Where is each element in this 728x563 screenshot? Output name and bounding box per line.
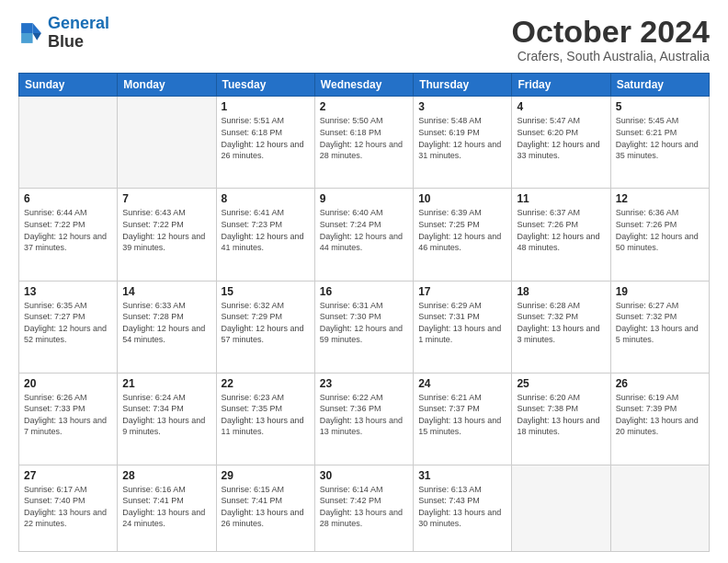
- day-info: Sunrise: 6:31 AM Sunset: 7:30 PM Dayligh…: [320, 300, 408, 346]
- day-number: 22: [222, 377, 310, 390]
- table-row: 6Sunrise: 6:44 AM Sunset: 7:22 PM Daylig…: [19, 189, 118, 281]
- table-row: 10Sunrise: 6:39 AM Sunset: 7:25 PM Dayli…: [414, 189, 512, 281]
- day-number: 16: [320, 285, 408, 298]
- day-info: Sunrise: 6:36 AM Sunset: 7:26 PM Dayligh…: [616, 207, 704, 253]
- day-info: Sunrise: 5:48 AM Sunset: 6:19 PM Dayligh…: [418, 115, 506, 161]
- header: General Blue October 2024 Crafers, South…: [18, 15, 710, 63]
- day-number: 21: [122, 377, 210, 390]
- col-monday: Monday: [118, 74, 216, 97]
- col-tuesday: Tuesday: [216, 74, 314, 97]
- day-info: Sunrise: 6:23 AM Sunset: 7:35 PM Dayligh…: [222, 392, 310, 438]
- day-number: 15: [222, 285, 310, 298]
- day-number: 24: [418, 377, 506, 390]
- day-number: 3: [418, 100, 506, 113]
- day-number: 12: [616, 192, 704, 205]
- day-number: 2: [320, 100, 408, 113]
- day-number: 11: [517, 192, 605, 205]
- table-row: [118, 97, 216, 189]
- day-info: Sunrise: 6:22 AM Sunset: 7:36 PM Dayligh…: [320, 392, 408, 438]
- day-info: Sunrise: 6:17 AM Sunset: 7:40 PM Dayligh…: [24, 484, 112, 530]
- table-row: 26Sunrise: 6:19 AM Sunset: 7:39 PM Dayli…: [610, 373, 709, 465]
- day-number: 7: [122, 192, 210, 205]
- table-row: 1Sunrise: 5:51 AM Sunset: 6:18 PM Daylig…: [216, 97, 314, 189]
- table-row: 20Sunrise: 6:26 AM Sunset: 7:33 PM Dayli…: [19, 373, 118, 465]
- day-number: 31: [418, 469, 506, 482]
- col-thursday: Thursday: [414, 74, 512, 97]
- day-number: 20: [24, 377, 112, 390]
- day-info: Sunrise: 6:32 AM Sunset: 7:29 PM Dayligh…: [222, 300, 310, 346]
- calendar-table: Sunday Monday Tuesday Wednesday Thursday…: [18, 73, 710, 552]
- day-info: Sunrise: 5:45 AM Sunset: 6:21 PM Dayligh…: [616, 115, 704, 161]
- day-info: Sunrise: 6:19 AM Sunset: 7:39 PM Dayligh…: [616, 392, 704, 438]
- day-info: Sunrise: 6:39 AM Sunset: 7:25 PM Dayligh…: [418, 207, 506, 253]
- table-row: 8Sunrise: 6:41 AM Sunset: 7:23 PM Daylig…: [216, 189, 314, 281]
- logo-text: General Blue: [48, 15, 109, 52]
- day-number: 27: [24, 469, 112, 482]
- month-title: October 2024: [512, 15, 710, 49]
- table-row: 9Sunrise: 6:40 AM Sunset: 7:24 PM Daylig…: [314, 189, 413, 281]
- day-info: Sunrise: 6:20 AM Sunset: 7:38 PM Dayligh…: [517, 392, 605, 438]
- table-row: 19Sunrise: 6:27 AM Sunset: 7:32 PM Dayli…: [610, 281, 709, 373]
- day-number: 8: [222, 192, 310, 205]
- table-row: 22Sunrise: 6:23 AM Sunset: 7:35 PM Dayli…: [216, 373, 314, 465]
- day-info: Sunrise: 6:33 AM Sunset: 7:28 PM Dayligh…: [122, 300, 210, 346]
- day-number: 29: [222, 469, 310, 482]
- day-info: Sunrise: 6:37 AM Sunset: 7:26 PM Dayligh…: [517, 207, 605, 253]
- logo-icon: [18, 20, 44, 46]
- day-info: Sunrise: 6:35 AM Sunset: 7:27 PM Dayligh…: [24, 300, 112, 346]
- day-info: Sunrise: 6:40 AM Sunset: 7:24 PM Dayligh…: [320, 207, 408, 253]
- day-number: 25: [517, 377, 605, 390]
- logo: General Blue: [18, 15, 109, 52]
- day-info: Sunrise: 6:44 AM Sunset: 7:22 PM Dayligh…: [24, 207, 112, 253]
- svg-rect-2: [21, 23, 32, 33]
- table-row: 27Sunrise: 6:17 AM Sunset: 7:40 PM Dayli…: [19, 465, 118, 551]
- day-number: 1: [222, 100, 310, 113]
- col-saturday: Saturday: [610, 74, 709, 97]
- table-row: [610, 465, 709, 551]
- day-number: 6: [24, 192, 112, 205]
- day-number: 14: [122, 285, 210, 298]
- day-number: 26: [616, 377, 704, 390]
- col-sunday: Sunday: [19, 74, 118, 97]
- page: General Blue October 2024 Crafers, South…: [0, 0, 728, 563]
- day-number: 23: [320, 377, 408, 390]
- table-row: 18Sunrise: 6:28 AM Sunset: 7:32 PM Dayli…: [512, 281, 610, 373]
- table-row: 13Sunrise: 6:35 AM Sunset: 7:27 PM Dayli…: [19, 281, 118, 373]
- day-info: Sunrise: 6:41 AM Sunset: 7:23 PM Dayligh…: [222, 207, 310, 253]
- day-info: Sunrise: 5:50 AM Sunset: 6:18 PM Dayligh…: [320, 115, 408, 161]
- day-info: Sunrise: 6:27 AM Sunset: 7:32 PM Dayligh…: [616, 300, 704, 346]
- table-row: 5Sunrise: 5:45 AM Sunset: 6:21 PM Daylig…: [610, 97, 709, 189]
- day-number: 28: [122, 469, 210, 482]
- day-number: 10: [418, 192, 506, 205]
- calendar-body: 1Sunrise: 5:51 AM Sunset: 6:18 PM Daylig…: [19, 97, 710, 552]
- day-info: Sunrise: 6:29 AM Sunset: 7:31 PM Dayligh…: [418, 300, 506, 346]
- table-row: 7Sunrise: 6:43 AM Sunset: 7:22 PM Daylig…: [118, 189, 216, 281]
- table-row: 28Sunrise: 6:16 AM Sunset: 7:41 PM Dayli…: [118, 465, 216, 551]
- svg-marker-0: [33, 23, 41, 33]
- table-row: 25Sunrise: 6:20 AM Sunset: 7:38 PM Dayli…: [512, 373, 610, 465]
- calendar-header-row: Sunday Monday Tuesday Wednesday Thursday…: [19, 74, 710, 97]
- day-number: 9: [320, 192, 408, 205]
- table-row: [19, 97, 118, 189]
- table-row: 23Sunrise: 6:22 AM Sunset: 7:36 PM Dayli…: [314, 373, 413, 465]
- table-row: 3Sunrise: 5:48 AM Sunset: 6:19 PM Daylig…: [414, 97, 512, 189]
- day-number: 13: [24, 285, 112, 298]
- day-info: Sunrise: 6:13 AM Sunset: 7:43 PM Dayligh…: [418, 484, 506, 530]
- svg-marker-1: [33, 33, 41, 40]
- day-info: Sunrise: 5:51 AM Sunset: 6:18 PM Dayligh…: [222, 115, 310, 161]
- day-number: 18: [517, 285, 605, 298]
- table-row: 30Sunrise: 6:14 AM Sunset: 7:42 PM Dayli…: [314, 465, 413, 551]
- location-subtitle: Crafers, South Australia, Australia: [512, 49, 710, 63]
- day-info: Sunrise: 6:26 AM Sunset: 7:33 PM Dayligh…: [24, 392, 112, 438]
- day-info: Sunrise: 5:47 AM Sunset: 6:20 PM Dayligh…: [517, 115, 605, 161]
- day-number: 30: [320, 469, 408, 482]
- day-info: Sunrise: 6:21 AM Sunset: 7:37 PM Dayligh…: [418, 392, 506, 438]
- col-wednesday: Wednesday: [314, 74, 413, 97]
- day-info: Sunrise: 6:43 AM Sunset: 7:22 PM Dayligh…: [122, 207, 210, 253]
- table-row: 16Sunrise: 6:31 AM Sunset: 7:30 PM Dayli…: [314, 281, 413, 373]
- table-row: 12Sunrise: 6:36 AM Sunset: 7:26 PM Dayli…: [610, 189, 709, 281]
- title-section: October 2024 Crafers, South Australia, A…: [512, 15, 710, 63]
- day-number: 5: [616, 100, 704, 113]
- table-row: 2Sunrise: 5:50 AM Sunset: 6:18 PM Daylig…: [314, 97, 413, 189]
- table-row: 24Sunrise: 6:21 AM Sunset: 7:37 PM Dayli…: [414, 373, 512, 465]
